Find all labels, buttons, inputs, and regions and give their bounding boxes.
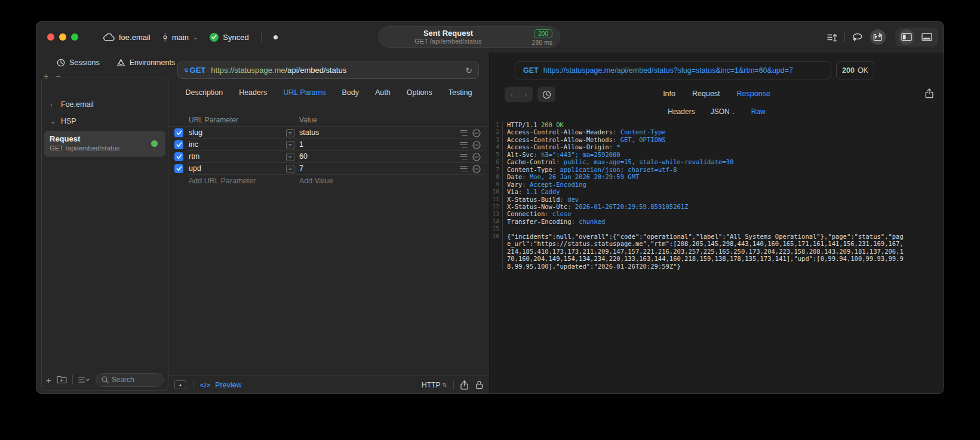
lasso-button[interactable] (850, 29, 865, 45)
response-line-text: X-Status-Build: dev (503, 196, 944, 203)
method-label: GET (190, 66, 206, 75)
request-tab-testing[interactable]: Testing (448, 88, 472, 97)
equals-icon: = (286, 153, 294, 161)
line-number: 7 (490, 166, 503, 173)
response-tab-info[interactable]: Info (663, 90, 675, 98)
column-value: Value (299, 116, 317, 124)
chevron-down-icon: ⌄ (50, 118, 56, 125)
remove-param-icon[interactable] (472, 165, 481, 173)
search-box[interactable] (96, 373, 164, 387)
param-checkbox[interactable] (174, 152, 183, 161)
response-text-part: Via (507, 188, 518, 195)
param-value[interactable]: 60 (299, 152, 308, 161)
param-name[interactable]: upd (189, 164, 201, 173)
add-request-button[interactable]: + (46, 375, 51, 385)
sync-label: Synced (223, 33, 248, 42)
response-line: 9Vary: Accept-Encoding (490, 181, 944, 188)
preview-button[interactable]: Preview (215, 381, 241, 389)
reorder-icon[interactable] (460, 165, 468, 172)
response-text-part: Vary (507, 181, 522, 188)
add-param-placeholder[interactable]: Add URL Parameter (189, 177, 256, 185)
param-value[interactable]: status (299, 128, 319, 137)
chevron-down-icon: ⌄ (193, 34, 198, 41)
param-name[interactable]: rtm (189, 152, 199, 161)
remove-param-icon[interactable] (472, 129, 481, 137)
traffic-lights (47, 33, 78, 41)
response-text-part: : (613, 128, 620, 136)
bottom-panel-toggle-button[interactable] (919, 29, 935, 45)
sync-status[interactable]: Synced (210, 33, 248, 42)
refresh-icon[interactable]: ↻ (465, 66, 472, 75)
response-body[interactable]: 1HTTP/1.1 200 OK2Access-Control-Allow-He… (490, 121, 944, 393)
send-to-box-button[interactable] (870, 29, 886, 45)
request-tab-body[interactable]: Body (342, 88, 359, 97)
request-item-subtitle: GET /api/embed/status (50, 144, 165, 153)
response-subtab-json[interactable]: JSON ⌄ (711, 107, 736, 116)
export-lines-button[interactable] (824, 29, 840, 45)
param-checkbox[interactable] (174, 128, 183, 137)
request-item[interactable]: Request GET /api/embed/status (44, 131, 165, 157)
response-share-button[interactable] (925, 88, 933, 99)
collapse-panel-button[interactable]: ▲ (174, 380, 186, 389)
request-tab-url-params[interactable]: URL Params (283, 88, 325, 97)
protocol-select[interactable]: HTTP (422, 381, 440, 389)
reorder-icon[interactable] (460, 141, 468, 148)
zoom-button[interactable] (71, 33, 78, 41)
request-summary-pill[interactable]: Sent Request GET /api/embed/status 200 2… (378, 26, 560, 48)
reorder-icon[interactable] (460, 130, 468, 136)
branch-selector[interactable]: main ⌄ (162, 33, 198, 42)
titlebar: foe.email main ⌄ Synced Sent Request (36, 21, 944, 53)
add-param-row[interactable]: Add URL ParameterAdd Value (168, 175, 489, 187)
search-input[interactable] (112, 376, 158, 384)
share-button[interactable] (460, 380, 468, 390)
response-subtabs: HeadersJSON ⌄Raw (490, 107, 944, 116)
tab-environments[interactable]: Environments (116, 59, 175, 67)
request-tab-auth[interactable]: Auth (375, 88, 391, 97)
line-number: 5 (490, 151, 503, 158)
response-line-text: Alt-Svc: h3=":443"; ma=2592000 (503, 151, 944, 158)
response-text-part: Transfer-Encoding (507, 218, 571, 225)
line-number: 8 (490, 173, 503, 180)
remove-param-icon[interactable] (472, 141, 481, 149)
param-name[interactable]: inc (189, 140, 198, 149)
response-line-text: HTTP/1.1 200 OK (503, 121, 944, 128)
cloud-project[interactable]: foe.email (103, 33, 150, 42)
param-row: inc=1 (168, 139, 489, 151)
method-stepper-icon[interactable]: ⇅ (184, 67, 189, 73)
tab-sessions[interactable]: Sessions (57, 59, 100, 67)
remove-param-icon[interactable] (472, 153, 481, 161)
response-subtab-headers[interactable]: Headers (668, 107, 695, 116)
sidebar-toggle-button[interactable] (899, 29, 914, 45)
param-value[interactable]: 1 (299, 140, 303, 149)
new-folder-button[interactable] (57, 376, 67, 384)
param-checkbox[interactable] (174, 164, 183, 173)
tree-group-label: Foe.email (61, 100, 94, 109)
response-tab-request[interactable]: Request (692, 90, 720, 98)
param-name[interactable]: slug (189, 128, 202, 137)
footer-separator (193, 380, 193, 390)
request-tab-options[interactable]: Options (407, 88, 432, 97)
param-row: rtm=60 (168, 151, 489, 163)
tree-group-foe-email[interactable]: ›Foe.email (42, 96, 168, 113)
reorder-icon[interactable] (460, 153, 468, 160)
response-line: 8Date: Mon, 26 Jan 2026 20:29:59 GMT (490, 173, 944, 180)
param-checkbox[interactable] (174, 140, 183, 149)
response-pane: GET https://statuspage.me/api/embed/stat… (489, 53, 944, 393)
url-bar[interactable]: ⇅ GET https://statuspage.me /api/embed/s… (177, 61, 479, 79)
response-line: 7Content-Type: application/json; charset… (490, 166, 944, 173)
param-value[interactable]: 7 (299, 164, 303, 173)
lock-icon[interactable] (475, 380, 483, 389)
request-tab-description[interactable]: Description (186, 88, 223, 97)
response-text-part: : (522, 173, 530, 180)
request-tab-headers[interactable]: Headers (239, 88, 267, 97)
footer-separator-2 (453, 380, 454, 390)
add-value-placeholder[interactable]: Add Value (299, 177, 333, 185)
response-tab-response[interactable]: Response (737, 90, 770, 98)
response-subtab-raw[interactable]: Raw (751, 107, 766, 116)
column-url-parameter: URL Parameter (189, 116, 238, 124)
close-button[interactable] (47, 33, 54, 41)
tree-group-hsp[interactable]: ⌄HSP (42, 113, 168, 130)
sort-list-button[interactable] (78, 376, 90, 383)
response-line-text: Access-Control-Allow-Origin: * (503, 143, 944, 150)
minimize-button[interactable] (59, 33, 66, 41)
